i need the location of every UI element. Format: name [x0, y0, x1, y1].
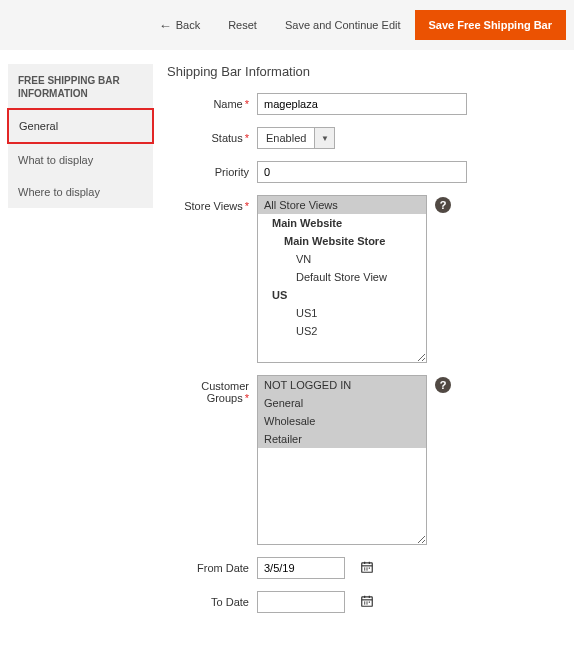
section-title: Shipping Bar Information	[167, 64, 562, 79]
label-priority: Priority	[167, 161, 257, 178]
store-views-option[interactable]: Main Website	[258, 214, 426, 232]
sidebar-item-where-to-display[interactable]: Where to display	[8, 176, 153, 208]
sidebar-title: FREE SHIPPING BAR INFORMATION	[8, 64, 153, 108]
store-views-option[interactable]: US2	[258, 322, 426, 340]
help-icon[interactable]: ?	[435, 197, 451, 213]
row-name: Name*	[167, 93, 562, 115]
label-status: Status*	[167, 127, 257, 144]
label-from-date: From Date	[167, 557, 257, 574]
reset-button[interactable]: Reset	[214, 11, 271, 39]
top-action-bar: ← Back Reset Save and Continue Edit Save…	[0, 0, 574, 50]
row-status: Status* Enabled ▼	[167, 127, 562, 149]
store-views-option[interactable]: VN	[258, 250, 426, 268]
save-button[interactable]: Save Free Shipping Bar	[415, 10, 566, 40]
store-views-option[interactable]: Main Website Store	[258, 232, 426, 250]
customer-groups-option[interactable]: Retailer	[258, 430, 426, 448]
store-views-multiselect[interactable]: All Store Views Main Website Main Websit…	[257, 195, 427, 363]
to-date-input[interactable]	[257, 591, 345, 613]
main-panel: Shipping Bar Information Name* Status* E…	[167, 64, 566, 625]
label-customer-groups: Customer Groups*	[167, 375, 257, 404]
row-store-views: Store Views* All Store Views Main Websit…	[167, 195, 562, 363]
priority-input[interactable]	[257, 161, 467, 183]
customer-groups-option[interactable]: NOT LOGGED IN	[258, 376, 426, 394]
customer-groups-option[interactable]: General	[258, 394, 426, 412]
customer-groups-option[interactable]: Wholesale	[258, 412, 426, 430]
back-button-label: Back	[176, 19, 200, 31]
row-customer-groups: Customer Groups* NOT LOGGED IN General W…	[167, 375, 562, 545]
status-select[interactable]: Enabled ▼	[257, 127, 335, 149]
chevron-down-icon: ▼	[315, 127, 335, 149]
store-views-option[interactable]: Default Store View	[258, 268, 426, 286]
name-input[interactable]	[257, 93, 467, 115]
calendar-icon[interactable]	[359, 559, 375, 575]
sidebar-item-what-to-display[interactable]: What to display	[8, 144, 153, 176]
row-from-date: From Date	[167, 557, 562, 579]
save-continue-button[interactable]: Save and Continue Edit	[271, 11, 415, 39]
customer-groups-multiselect[interactable]: NOT LOGGED IN General Wholesale Retailer	[257, 375, 427, 545]
arrow-left-icon: ←	[159, 19, 172, 32]
label-name: Name*	[167, 93, 257, 110]
label-store-views: Store Views*	[167, 195, 257, 212]
back-button[interactable]: ← Back	[145, 11, 214, 40]
status-select-value: Enabled	[257, 127, 315, 149]
label-to-date: To Date	[167, 591, 257, 608]
row-to-date: To Date	[167, 591, 562, 613]
sidebar-item-general[interactable]: General	[7, 108, 154, 144]
row-priority: Priority	[167, 161, 562, 183]
store-views-option[interactable]: US	[258, 286, 426, 304]
main-layout: FREE SHIPPING BAR INFORMATION General Wh…	[0, 50, 574, 645]
sidebar: FREE SHIPPING BAR INFORMATION General Wh…	[8, 64, 153, 208]
store-views-option[interactable]: US1	[258, 304, 426, 322]
help-icon[interactable]: ?	[435, 377, 451, 393]
calendar-icon[interactable]	[359, 593, 375, 609]
from-date-input[interactable]	[257, 557, 345, 579]
store-views-option[interactable]: All Store Views	[258, 196, 426, 214]
